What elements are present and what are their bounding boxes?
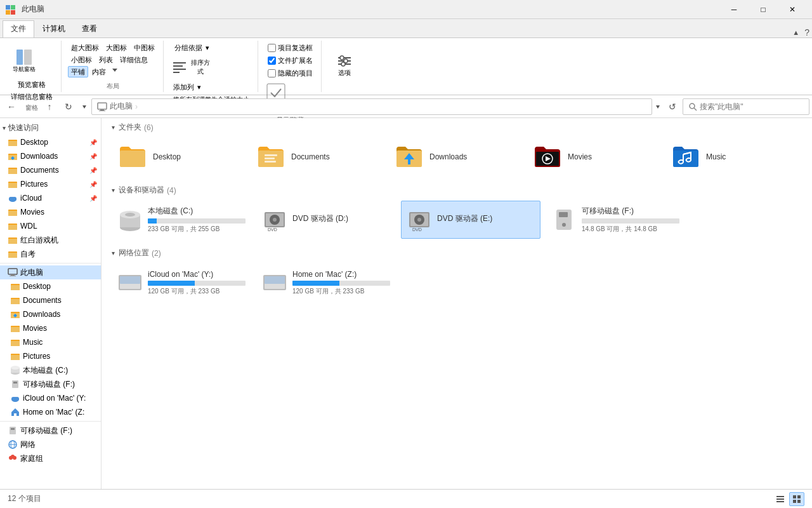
ribbon-add-col[interactable]: 添加列 ▾ xyxy=(170,81,252,93)
address-separator: › xyxy=(135,102,138,111)
layout-medium[interactable]: 中图标 xyxy=(131,42,158,53)
svg-point-78 xyxy=(11,455,15,458)
address-refresh-button[interactable]: ↺ xyxy=(664,98,681,116)
show-hidden-items[interactable]: 隐藏的项目 xyxy=(265,67,316,79)
folder-documents[interactable]: Documents xyxy=(250,138,383,176)
net-icloud-mac-y[interactable]: iCloud on 'Mac' (Y:) 120 GB 可用，共 233 GB xyxy=(112,264,251,302)
layout-details[interactable]: 详细信息 xyxy=(117,54,151,65)
file-extensions-check[interactable] xyxy=(268,57,276,65)
sidebar-item-desktop-qa[interactable]: Desktop 📌 xyxy=(0,135,101,149)
sidebar-item-documents-qa[interactable]: Documents 📌 xyxy=(0,163,101,177)
svg-rect-64 xyxy=(12,380,18,388)
sidebar-item-pictures-qa[interactable]: Pictures 📌 xyxy=(0,177,101,191)
drive-dvd-d[interactable]: DVD DVD 驱动器 (D:) xyxy=(256,201,396,239)
address-collapse-icon xyxy=(655,104,661,110)
removable-drive-icon xyxy=(8,425,18,436)
pictures-pin-icon: 📌 xyxy=(89,181,97,188)
refresh-button[interactable]: ↻ xyxy=(60,98,77,116)
devices-section-header[interactable]: ▾ 设备和驱动器 (4) xyxy=(102,181,812,198)
back-button[interactable]: ← xyxy=(3,98,20,116)
address-bar[interactable]: 此电脑 › xyxy=(91,98,652,115)
sidebar-item-icloud-mac-y[interactable]: iCloud on 'Mac' (Y: xyxy=(0,391,101,405)
sidebar-item-downloads-pc[interactable]: Downloads xyxy=(0,307,101,321)
forward-button[interactable]: → xyxy=(22,98,39,116)
layout-super-large[interactable]: 超大图标 xyxy=(68,42,102,53)
tab-file[interactable]: 文件 xyxy=(3,20,34,37)
folder-desktop-icon xyxy=(117,142,148,172)
folder-downloads-icon xyxy=(394,142,424,172)
minimize-button[interactable]: ─ xyxy=(719,0,749,19)
folder-movies[interactable]: Movies xyxy=(527,138,660,176)
quick-access-header[interactable]: ▾ 快速访问 xyxy=(0,121,101,135)
sidebar-item-home-mac-z[interactable]: Home on 'Mac' (Z: xyxy=(0,405,101,419)
sidebar-item-desktop-pc[interactable]: Desktop xyxy=(0,279,101,293)
svg-rect-4 xyxy=(16,50,23,65)
show-hide-options: 项目复选框 文件扩展名 隐藏的项目 xyxy=(265,42,316,79)
layout-dropdown-arrow[interactable] xyxy=(111,66,119,74)
view-tile-btn[interactable] xyxy=(789,492,804,506)
sidebar-item-thispc[interactable]: 此电脑 xyxy=(0,265,101,279)
sidebar-item-movies-pc[interactable]: Movies xyxy=(0,321,101,335)
sidebar-item-wdl[interactable]: WDL xyxy=(0,219,101,233)
sidebar-item-documents-pc[interactable]: Documents xyxy=(0,293,101,307)
svg-marker-22 xyxy=(656,105,660,109)
ribbon-preview-pane[interactable]: 预览窗格 xyxy=(15,79,49,90)
maximize-button[interactable]: □ xyxy=(749,0,778,19)
sidebar-item-removable-drive[interactable]: 可移动磁盘 (F:) xyxy=(0,424,101,438)
folder-downloads[interactable]: Downloads xyxy=(388,138,521,176)
ribbon-options-btn[interactable]: 选项 xyxy=(328,42,361,86)
sidebar-item-downloads-qa[interactable]: Downloads 📌 xyxy=(0,149,101,163)
ribbon-sort-btn[interactable]: 排序方式 xyxy=(170,55,214,80)
drive-dvd-e[interactable]: DVD DVD 驱动器 (E:) xyxy=(401,201,540,239)
downloads-pin-icon: 📌 xyxy=(89,153,97,160)
ribbon-help-icon[interactable]: ? xyxy=(804,27,809,37)
search-input[interactable] xyxy=(700,102,795,111)
view-details-btn[interactable] xyxy=(773,492,788,506)
ribbon-btn-nav-pane[interactable]: 导航窗格 xyxy=(8,42,41,79)
sidebar-item-retro[interactable]: 红白游戏机 xyxy=(0,233,101,247)
tab-view[interactable]: 查看 xyxy=(74,20,105,37)
folders-section-header[interactable]: ▾ 文件夹 (6) xyxy=(102,118,812,135)
search-box[interactable] xyxy=(683,98,809,115)
sidebar-item-network[interactable]: 网络 xyxy=(0,438,101,451)
ribbon-collapse-icon[interactable]: ▲ xyxy=(792,29,799,36)
folder-documents-info: Documents xyxy=(291,152,330,161)
show-item-checkboxes[interactable]: 项目复选框 xyxy=(265,42,316,53)
ribbon-group-by[interactable]: 分组依据 ▾ xyxy=(170,42,252,53)
drive-local-c-bar-fill xyxy=(148,218,157,224)
drive-dvd-e-name: DVD 驱动器 (E:) xyxy=(437,213,535,224)
sidebar-item-icloud-qa[interactable]: iCloud 📌 xyxy=(0,191,101,205)
layout-tile[interactable]: 平铺 xyxy=(68,66,88,77)
folder-desktop-name: Desktop xyxy=(153,152,181,161)
folder-desktop[interactable]: Desktop xyxy=(112,138,245,176)
add-col-label: 添加列 xyxy=(173,83,194,92)
sidebar-item-pictures-pc[interactable]: Pictures xyxy=(0,349,101,363)
folder-desktop-info: Desktop xyxy=(153,152,181,161)
net-icloud-y-size: 120 GB 可用，共 233 GB xyxy=(148,287,246,296)
sidebar-item-self-study[interactable]: 自考 xyxy=(0,247,101,261)
layout-large[interactable]: 大图标 xyxy=(103,42,130,53)
sidebar-item-removable-f[interactable]: 可移动磁盘 (F:) xyxy=(0,377,101,391)
network-section-header[interactable]: ▾ 网络位置 (2) xyxy=(102,244,812,261)
sidebar-item-local-c[interactable]: 本地磁盘 (C:) xyxy=(0,363,101,377)
layout-small[interactable]: 小图标 xyxy=(68,54,95,65)
hidden-items-check[interactable] xyxy=(268,69,276,77)
ribbon-group-panes: 导航窗格 预览窗格 详细信息窗格 窗格 xyxy=(3,41,62,92)
layout-content[interactable]: 内容 xyxy=(89,66,109,77)
drive-removable-f[interactable]: 可移动磁盘 (F:) 14.8 GB 可用，共 14.8 GB xyxy=(546,201,685,239)
drive-local-c[interactable]: 本地磁盘 (C:) 233 GB 可用，共 255 GB xyxy=(112,201,251,239)
folder-music[interactable]: Music xyxy=(665,138,798,176)
tab-computer[interactable]: 计算机 xyxy=(34,20,74,37)
sidebar-divider-2 xyxy=(0,421,101,422)
item-checkboxes-check[interactable] xyxy=(268,44,276,52)
layout-list[interactable]: 列表 xyxy=(96,54,116,65)
sidebar-item-movies-qa[interactable]: Movies xyxy=(0,205,101,219)
close-button[interactable]: ✕ xyxy=(778,0,807,19)
music-folder-icon-pc xyxy=(10,337,20,347)
sidebar-self-study-label: 自考 xyxy=(20,249,36,260)
net-home-mac-z[interactable]: Home on 'Mac' (Z:) 120 GB 可用，共 233 GB xyxy=(256,264,396,302)
sidebar-item-homegroup[interactable]: 家庭组 xyxy=(0,451,101,465)
sidebar-item-music-pc[interactable]: Music xyxy=(0,335,101,349)
show-file-extensions[interactable]: 文件扩展名 xyxy=(265,55,316,66)
up-button[interactable]: ↑ xyxy=(41,98,58,116)
